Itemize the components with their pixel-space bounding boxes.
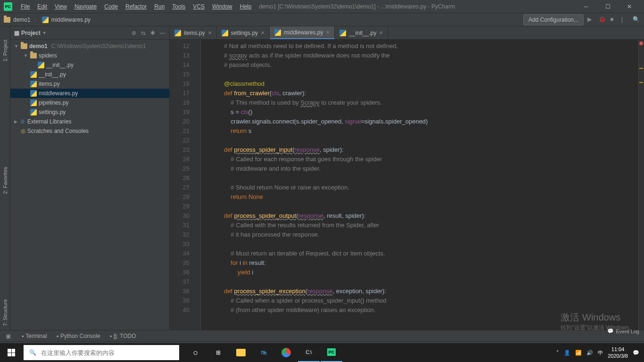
project-tree: ▼ demo1 C:\Windows\System32\demo1\demo1 … (10, 40, 169, 138)
menu-navigate[interactable]: Navigate (71, 3, 100, 10)
tree-file-spiders-init[interactable]: __init__.py (10, 60, 169, 70)
tab-middlewarespy[interactable]: middlewares.py✕ (270, 26, 335, 39)
tree-file-middlewares[interactable]: middlewares.py (10, 89, 169, 98)
warning-mark[interactable] (639, 82, 643, 83)
divide-icon: | (621, 16, 629, 24)
tree-scratches[interactable]: ◎ Scratches and Consoles (10, 126, 169, 136)
project-sidebar: ▦Project▼ ⊕ ⇆ ✱ — ▼ demo1 C:\Windows\Sys… (10, 26, 170, 330)
taskbar-search[interactable]: 🔍 (24, 345, 179, 360)
tool-pythonconsole[interactable]: ▪Python Console (57, 333, 100, 339)
menu-run[interactable]: Run (150, 3, 168, 10)
close-button[interactable]: ✕ (619, 0, 640, 13)
locate-icon[interactable]: ⊕ (132, 30, 136, 36)
breadcrumb: demo1 〉 middlewares.py (4, 16, 91, 24)
error-indicator-icon[interactable] (639, 41, 643, 45)
code-content[interactable]: # Not all methods need to be defined. If… (201, 40, 638, 330)
stop-icon[interactable]: ■ (610, 16, 618, 24)
file-explorer-icon[interactable] (230, 343, 252, 362)
menu-vcs[interactable]: VCS (189, 3, 208, 10)
tray-network-icon[interactable]: 📶 (575, 350, 582, 356)
menu-file[interactable]: File (17, 3, 33, 10)
ms-store-icon[interactable]: 🛍 (253, 343, 274, 362)
breadcrumb-project[interactable]: demo1 (13, 16, 31, 23)
folder-icon (4, 17, 10, 23)
titlebar: PC FileEditViewNavigateCodeRefactorRunTo… (0, 0, 644, 13)
code-editor[interactable]: 1213141516171819202122232425262728293031… (170, 40, 644, 330)
cortana-icon[interactable]: ○ (185, 343, 206, 362)
tree-external-libraries[interactable]: ▶⊪ External Libraries (10, 117, 169, 126)
tab-itemspy[interactable]: items.py✕ (170, 26, 217, 39)
chrome-icon[interactable] (275, 343, 297, 362)
close-tab-icon[interactable]: ✕ (326, 30, 330, 35)
bottom-tool-bar: ▣ ▪Terminal▪Python Console▪6: TODO (0, 330, 644, 341)
close-tab-icon[interactable]: ✕ (261, 30, 264, 35)
tree-file-items[interactable]: items.py (10, 79, 169, 89)
tree-folder-spiders[interactable]: ▼ spiders (10, 51, 169, 60)
python-file-icon (174, 30, 181, 36)
close-tab-icon[interactable]: ✕ (379, 30, 383, 35)
tree-file-settings[interactable]: settings.py (10, 107, 169, 117)
app-logo: PC (4, 2, 12, 11)
start-button[interactable] (0, 343, 23, 362)
minimize-button[interactable]: ─ (575, 0, 597, 13)
tray-notifications-icon[interactable]: 💬 (633, 350, 639, 356)
tray-clock[interactable]: 11:042020/3/8 (608, 346, 628, 359)
menu-window[interactable]: Window (208, 3, 236, 10)
maximize-button[interactable]: ☐ (597, 0, 619, 13)
tree-project-root[interactable]: ▼ demo1 C:\Windows\System32\demo1\demo1 (10, 41, 169, 51)
tool-window-structure[interactable]: 7: Structure (1, 296, 9, 330)
close-tab-icon[interactable]: ✕ (208, 30, 212, 35)
warning-mark[interactable] (639, 68, 643, 69)
menu-code[interactable]: Code (100, 3, 122, 10)
add-configuration-button[interactable]: Add Configuration... (523, 14, 584, 25)
windows-taskbar: 🔍 ○ ⊞ 🛍 C:\ PC ˄ 👤 📶 🔊 中 11:042020/3/8 💬 (0, 343, 644, 362)
task-view-icon[interactable]: ⊞ (207, 343, 229, 362)
debug-icon[interactable]: 🐞 (599, 16, 606, 24)
python-file-icon (339, 30, 346, 36)
breadcrumb-file[interactable]: middlewares.py (51, 16, 91, 23)
main-menu: FileEditViewNavigateCodeRefactorRunTools… (17, 3, 255, 10)
tray-people-icon[interactable]: 👤 (564, 350, 570, 356)
search-icon: 🔍 (29, 349, 36, 356)
nav-bar: demo1 〉 middlewares.py Add Configuration… (0, 13, 644, 26)
menu-view[interactable]: View (51, 3, 71, 10)
editor-area: items.py✕settings.py✕middlewares.py✕__in… (170, 26, 644, 330)
python-file-icon (42, 16, 49, 23)
tab-settingspy[interactable]: settings.py✕ (217, 26, 270, 39)
tool-terminal[interactable]: ▪Terminal (22, 333, 47, 339)
menu-help[interactable]: Help (236, 3, 256, 10)
collapse-icon[interactable]: ⇆ (141, 30, 146, 36)
windows-activation-watermark: 激活 Windows 转到"设置"以激活 Windows。 (561, 311, 635, 332)
window-title: demo1 [C:\Windows\System32\demo1\demo1] … (259, 3, 455, 10)
tray-volume-icon[interactable]: 🔊 (586, 350, 593, 356)
tree-file-init[interactable]: __init__.py (10, 70, 169, 79)
pycharm-taskbar-icon[interactable]: PC (321, 343, 342, 362)
python-file-icon (222, 30, 228, 36)
tool-window-icon[interactable]: ▣ (6, 333, 12, 339)
python-file-icon (274, 29, 281, 36)
menu-edit[interactable]: Edit (33, 3, 51, 10)
settings-icon[interactable]: ✱ (150, 30, 155, 36)
tray-chevron-icon[interactable]: ˄ (556, 350, 559, 356)
tool-6todo[interactable]: ▪6: TODO (110, 333, 136, 339)
run-icon[interactable]: ▶ (587, 16, 595, 24)
fold-gutter[interactable] (194, 40, 201, 330)
left-tool-gutter: 1: Project2: Favorites7: Structure (0, 26, 10, 330)
line-gutter: 1213141516171819202122232425262728293031… (170, 40, 194, 330)
search-icon[interactable]: 🔍 (633, 16, 640, 24)
chevron-right-icon: 〉 (33, 16, 39, 24)
tray-ime-indicator[interactable]: 中 (598, 349, 603, 356)
taskbar-search-input[interactable] (41, 349, 173, 356)
tool-window-favorites[interactable]: 2: Favorites (1, 163, 9, 197)
project-panel-title[interactable]: ▦Project▼ (14, 30, 47, 36)
editor-tabs: items.py✕settings.py✕middlewares.py✕__in… (170, 26, 644, 40)
hide-icon[interactable]: — (160, 30, 165, 36)
tree-file-pipelines[interactable]: pipelines.py (10, 98, 169, 107)
menu-tools[interactable]: Tools (168, 3, 189, 10)
cmd-icon[interactable]: C:\ (298, 343, 320, 362)
menu-refactor[interactable]: Refactor (122, 3, 150, 10)
tab-__init__py[interactable]: __init__.py✕ (335, 26, 388, 39)
error-stripe[interactable] (638, 40, 644, 330)
tool-window-project[interactable]: 1: Project (1, 36, 9, 65)
